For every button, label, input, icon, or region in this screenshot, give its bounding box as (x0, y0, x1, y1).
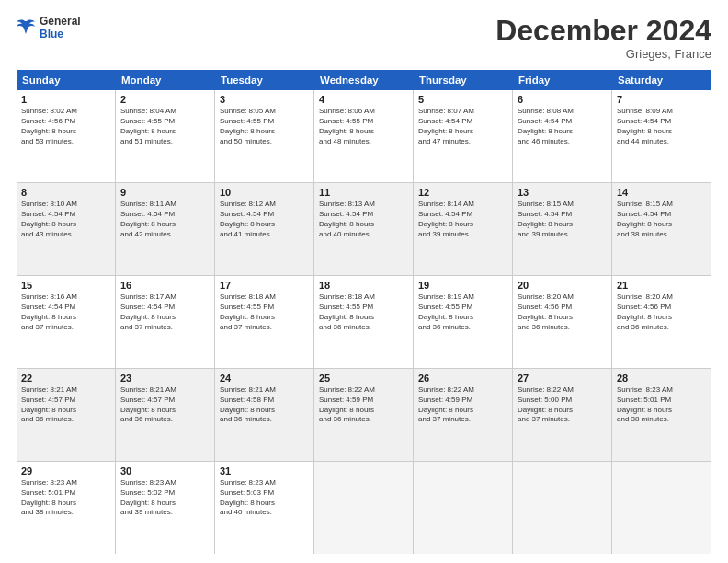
subtitle: Grieges, France (495, 47, 711, 61)
cell-text-8: Sunrise: 8:10 AMSunset: 4:54 PMDaylight:… (21, 200, 110, 239)
cal-cell-empty (314, 462, 414, 554)
cal-cell-day-22: 22Sunrise: 8:21 AMSunset: 4:57 PMDayligh… (17, 369, 116, 461)
cal-cell-day-23: 23Sunrise: 8:21 AMSunset: 4:57 PMDayligh… (116, 369, 215, 461)
day-number-16: 16 (120, 280, 210, 291)
cal-week-4: 22Sunrise: 8:21 AMSunset: 4:57 PMDayligh… (17, 369, 711, 462)
day-number-12: 12 (418, 187, 507, 198)
cell-text-4: Sunrise: 8:06 AMSunset: 4:55 PMDaylight:… (319, 107, 408, 146)
cal-cell-day-24: 24Sunrise: 8:21 AMSunset: 4:58 PMDayligh… (215, 369, 314, 461)
header-day-sunday: Sunday (17, 70, 116, 90)
day-number-6: 6 (518, 94, 607, 105)
logo-text: General Blue (40, 15, 81, 41)
cal-cell-day-4: 4Sunrise: 8:06 AMSunset: 4:55 PMDaylight… (314, 90, 414, 182)
header-day-monday: Monday (116, 70, 215, 90)
month-title: December 2024 (495, 15, 711, 47)
cal-cell-day-6: 6Sunrise: 8:08 AMSunset: 4:54 PMDaylight… (513, 90, 612, 182)
cal-week-1: 1Sunrise: 8:02 AMSunset: 4:56 PMDaylight… (17, 90, 711, 183)
day-number-24: 24 (220, 373, 309, 384)
cal-cell-empty (612, 462, 711, 554)
cell-text-7: Sunrise: 8:09 AMSunset: 4:54 PMDaylight:… (617, 107, 707, 146)
cell-text-18: Sunrise: 8:18 AMSunset: 4:55 PMDaylight:… (319, 293, 408, 332)
cell-text-1: Sunrise: 8:02 AMSunset: 4:56 PMDaylight:… (21, 107, 110, 146)
cell-text-30: Sunrise: 8:23 AMSunset: 5:02 PMDaylight:… (120, 478, 210, 518)
cell-text-14: Sunrise: 8:15 AMSunset: 4:54 PMDaylight:… (617, 200, 707, 239)
cell-text-12: Sunrise: 8:14 AMSunset: 4:54 PMDaylight:… (418, 200, 507, 239)
day-number-20: 20 (518, 280, 607, 291)
cal-cell-day-8: 8Sunrise: 8:10 AMSunset: 4:54 PMDaylight… (17, 183, 116, 275)
cal-cell-day-9: 9Sunrise: 8:11 AMSunset: 4:54 PMDaylight… (116, 183, 215, 275)
calendar: SundayMondayTuesdayWednesdayThursdayFrid… (17, 70, 711, 554)
cal-cell-day-7: 7Sunrise: 8:09 AMSunset: 4:54 PMDaylight… (612, 90, 711, 182)
cal-cell-day-16: 16Sunrise: 8:17 AMSunset: 4:54 PMDayligh… (116, 276, 215, 368)
cal-week-3: 15Sunrise: 8:16 AMSunset: 4:54 PMDayligh… (17, 276, 711, 369)
day-number-9: 9 (120, 187, 210, 198)
cell-text-31: Sunrise: 8:23 AMSunset: 5:03 PMDaylight:… (220, 478, 309, 518)
cell-text-19: Sunrise: 8:19 AMSunset: 4:55 PMDaylight:… (418, 293, 507, 332)
cell-text-16: Sunrise: 8:17 AMSunset: 4:54 PMDaylight:… (120, 293, 210, 332)
cal-cell-day-31: 31Sunrise: 8:23 AMSunset: 5:03 PMDayligh… (215, 462, 314, 554)
logo-container: General Blue (17, 15, 81, 41)
cell-text-5: Sunrise: 8:07 AMSunset: 4:54 PMDaylight:… (418, 107, 507, 146)
page: General Blue December 2024 Grieges, Fran… (0, 0, 728, 563)
cell-text-3: Sunrise: 8:05 AMSunset: 4:55 PMDaylight:… (220, 107, 309, 146)
day-number-18: 18 (319, 280, 408, 291)
cell-text-24: Sunrise: 8:21 AMSunset: 4:58 PMDaylight:… (220, 385, 309, 425)
day-number-4: 4 (319, 94, 408, 105)
calendar-body: 1Sunrise: 8:02 AMSunset: 4:56 PMDaylight… (17, 90, 711, 554)
cell-text-29: Sunrise: 8:23 AMSunset: 5:01 PMDaylight:… (21, 478, 110, 518)
cal-cell-day-3: 3Sunrise: 8:05 AMSunset: 4:55 PMDaylight… (215, 90, 314, 182)
cal-cell-day-10: 10Sunrise: 8:12 AMSunset: 4:54 PMDayligh… (215, 183, 314, 275)
title-block: December 2024 Grieges, France (495, 15, 711, 61)
day-number-17: 17 (220, 280, 309, 291)
day-number-22: 22 (21, 373, 110, 384)
cal-cell-day-28: 28Sunrise: 8:23 AMSunset: 5:01 PMDayligh… (612, 369, 711, 461)
day-number-23: 23 (120, 373, 210, 384)
cal-cell-day-5: 5Sunrise: 8:07 AMSunset: 4:54 PMDaylight… (414, 90, 513, 182)
day-number-27: 27 (518, 373, 607, 384)
header-day-tuesday: Tuesday (215, 70, 314, 90)
cal-cell-day-13: 13Sunrise: 8:15 AMSunset: 4:54 PMDayligh… (513, 183, 612, 275)
cal-cell-day-1: 1Sunrise: 8:02 AMSunset: 4:56 PMDaylight… (17, 90, 116, 182)
logo: General Blue (17, 15, 81, 41)
cell-text-27: Sunrise: 8:22 AMSunset: 5:00 PMDaylight:… (518, 385, 607, 425)
day-number-2: 2 (120, 94, 210, 105)
day-number-11: 11 (319, 187, 408, 198)
cal-cell-day-12: 12Sunrise: 8:14 AMSunset: 4:54 PMDayligh… (414, 183, 513, 275)
day-number-1: 1 (21, 94, 110, 105)
cal-cell-day-30: 30Sunrise: 8:23 AMSunset: 5:02 PMDayligh… (116, 462, 215, 554)
cell-text-28: Sunrise: 8:23 AMSunset: 5:01 PMDaylight:… (617, 385, 707, 425)
cell-text-26: Sunrise: 8:22 AMSunset: 4:59 PMDaylight:… (418, 385, 507, 425)
day-number-8: 8 (21, 187, 110, 198)
cal-cell-day-19: 19Sunrise: 8:19 AMSunset: 4:55 PMDayligh… (414, 276, 513, 368)
day-number-30: 30 (120, 465, 210, 477)
cell-text-25: Sunrise: 8:22 AMSunset: 4:59 PMDaylight:… (319, 385, 408, 425)
day-number-5: 5 (418, 94, 507, 105)
cal-cell-day-14: 14Sunrise: 8:15 AMSunset: 4:54 PMDayligh… (612, 183, 711, 275)
day-number-31: 31 (220, 465, 309, 477)
day-number-15: 15 (21, 280, 110, 291)
day-number-7: 7 (617, 94, 707, 105)
cal-cell-day-26: 26Sunrise: 8:22 AMSunset: 4:59 PMDayligh… (414, 369, 513, 461)
cal-cell-day-20: 20Sunrise: 8:20 AMSunset: 4:56 PMDayligh… (513, 276, 612, 368)
cell-text-2: Sunrise: 8:04 AMSunset: 4:55 PMDaylight:… (120, 107, 210, 146)
day-number-19: 19 (418, 280, 507, 291)
cell-text-22: Sunrise: 8:21 AMSunset: 4:57 PMDaylight:… (21, 385, 110, 425)
cell-text-11: Sunrise: 8:13 AMSunset: 4:54 PMDaylight:… (319, 200, 408, 239)
cell-text-10: Sunrise: 8:12 AMSunset: 4:54 PMDaylight:… (220, 200, 309, 239)
cell-text-9: Sunrise: 8:11 AMSunset: 4:54 PMDaylight:… (120, 200, 210, 239)
day-number-26: 26 (418, 373, 507, 384)
cell-text-13: Sunrise: 8:15 AMSunset: 4:54 PMDaylight:… (518, 200, 607, 239)
cal-week-2: 8Sunrise: 8:10 AMSunset: 4:54 PMDaylight… (17, 183, 711, 276)
header: General Blue December 2024 Grieges, Fran… (17, 15, 711, 61)
day-number-3: 3 (220, 94, 309, 105)
cal-cell-day-25: 25Sunrise: 8:22 AMSunset: 4:59 PMDayligh… (314, 369, 414, 461)
day-number-10: 10 (220, 187, 309, 198)
cal-cell-empty (513, 462, 612, 554)
cell-text-20: Sunrise: 8:20 AMSunset: 4:56 PMDaylight:… (518, 293, 607, 332)
logo-bird-icon (17, 17, 37, 38)
day-number-29: 29 (21, 465, 110, 477)
cal-cell-day-18: 18Sunrise: 8:18 AMSunset: 4:55 PMDayligh… (314, 276, 414, 368)
cal-cell-day-17: 17Sunrise: 8:18 AMSunset: 4:55 PMDayligh… (215, 276, 314, 368)
day-number-14: 14 (617, 187, 707, 198)
cal-cell-day-21: 21Sunrise: 8:20 AMSunset: 4:56 PMDayligh… (612, 276, 711, 368)
